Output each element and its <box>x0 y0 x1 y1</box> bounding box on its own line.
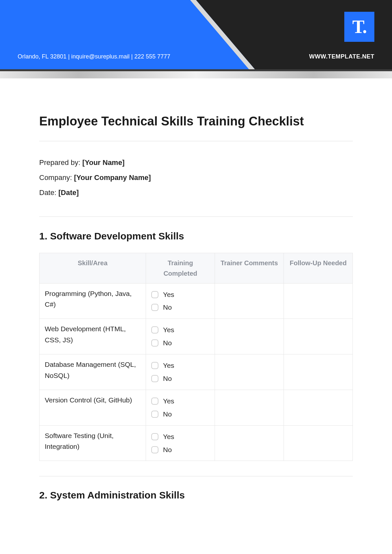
skill-cell: Web Development (HTML, CSS, JS) <box>40 319 146 354</box>
comments-cell[interactable] <box>215 425 284 461</box>
checkbox-icon[interactable] <box>151 398 158 405</box>
table-row: Version Control (Git, GitHub) Yes No <box>40 390 353 425</box>
section-1-heading: 1. Software Development Skills <box>39 231 353 242</box>
section-2-heading: 2. System Administration Skills <box>39 490 353 501</box>
yes-label: Yes <box>163 359 174 372</box>
training-cell: Yes No <box>146 354 215 390</box>
followup-cell[interactable] <box>284 390 353 425</box>
page-body: Employee Technical Skills Training Check… <box>0 78 392 531</box>
logo-letter: T. <box>352 16 366 37</box>
checkbox-icon[interactable] <box>151 304 158 311</box>
no-option: No <box>151 443 209 456</box>
checkbox-icon[interactable] <box>151 411 158 418</box>
checkbox-icon[interactable] <box>151 362 158 369</box>
comments-cell[interactable] <box>215 390 284 425</box>
table-header-row: Skill/Area Training Completed Trainer Co… <box>40 253 353 283</box>
company-value: [Your Company Name] <box>74 173 151 182</box>
checkbox-icon[interactable] <box>151 433 158 440</box>
skill-cell: Programming (Python, Java, C#) <box>40 283 146 319</box>
meta-block: Prepared by: [Your Name] Company: [Your … <box>39 155 353 201</box>
no-label: No <box>163 443 172 456</box>
no-label: No <box>163 408 172 421</box>
checkbox-icon[interactable] <box>151 375 158 382</box>
skill-cell: Software Testing (Unit, Integration) <box>40 425 146 461</box>
no-option: No <box>151 336 209 350</box>
no-option: No <box>151 372 209 385</box>
date-label: Date: <box>39 188 58 197</box>
header-gradient-bar <box>0 69 392 78</box>
followup-cell[interactable] <box>284 425 353 461</box>
page-title: Employee Technical Skills Training Check… <box>39 114 353 128</box>
followup-cell[interactable] <box>284 283 353 319</box>
comments-cell[interactable] <box>215 283 284 319</box>
no-label: No <box>163 301 172 314</box>
checkbox-icon[interactable] <box>151 326 158 334</box>
skill-cell: Database Management (SQL, NoSQL) <box>40 354 146 390</box>
table-row: Database Management (SQL, NoSQL) Yes No <box>40 354 353 390</box>
col-training: Training Completed <box>146 253 215 283</box>
followup-cell[interactable] <box>284 319 353 354</box>
section-separator <box>39 476 353 477</box>
no-option: No <box>151 408 209 421</box>
prepared-by-label: Prepared by: <box>39 158 82 167</box>
table-row: Programming (Python, Java, C#) Yes No <box>40 283 353 319</box>
comments-cell[interactable] <box>215 354 284 390</box>
skill-cell: Version Control (Git, GitHub) <box>40 390 146 425</box>
yes-option: Yes <box>151 430 209 443</box>
col-comments: Trainer Comments <box>215 253 284 283</box>
company-line: Company: [Your Company Name] <box>39 170 353 185</box>
date-value: [Date] <box>58 188 79 197</box>
training-cell: Yes No <box>146 319 215 354</box>
col-followup: Follow-Up Needed <box>284 253 353 283</box>
training-cell: Yes No <box>146 283 215 319</box>
table-row: Web Development (HTML, CSS, JS) Yes No <box>40 319 353 354</box>
checkbox-icon[interactable] <box>151 339 158 347</box>
prepared-by-value: [Your Name] <box>82 158 124 167</box>
yes-option: Yes <box>151 288 209 301</box>
yes-option: Yes <box>151 359 209 372</box>
logo-badge: T. <box>344 12 374 42</box>
col-skill: Skill/Area <box>40 253 146 283</box>
header-contact-text: Orlando, FL 32801 | inquire@sureplus.mai… <box>18 53 170 60</box>
yes-option: Yes <box>151 395 209 408</box>
training-cell: Yes No <box>146 390 215 425</box>
comments-cell[interactable] <box>215 319 284 354</box>
no-option: No <box>151 301 209 314</box>
yes-label: Yes <box>163 323 174 336</box>
prepared-by-line: Prepared by: [Your Name] <box>39 155 353 170</box>
company-label: Company: <box>39 173 74 182</box>
yes-label: Yes <box>163 288 174 301</box>
table-row: Software Testing (Unit, Integration) Yes… <box>40 425 353 461</box>
title-rule <box>39 141 353 141</box>
yes-label: Yes <box>163 395 174 408</box>
date-line: Date: [Date] <box>39 185 353 200</box>
header-url-text: WWW.TEMPLATE.NET <box>309 53 374 60</box>
no-label: No <box>163 336 172 350</box>
meta-rule <box>39 216 353 217</box>
training-cell: Yes No <box>146 425 215 461</box>
followup-cell[interactable] <box>284 354 353 390</box>
no-label: No <box>163 372 172 385</box>
checkbox-icon[interactable] <box>151 291 158 298</box>
checkbox-icon[interactable] <box>151 446 158 453</box>
yes-label: Yes <box>163 430 174 443</box>
document-header: T. Orlando, FL 32801 | inquire@sureplus.… <box>0 0 392 69</box>
skills-table-1: Skill/Area Training Completed Trainer Co… <box>39 253 353 461</box>
yes-option: Yes <box>151 323 209 336</box>
